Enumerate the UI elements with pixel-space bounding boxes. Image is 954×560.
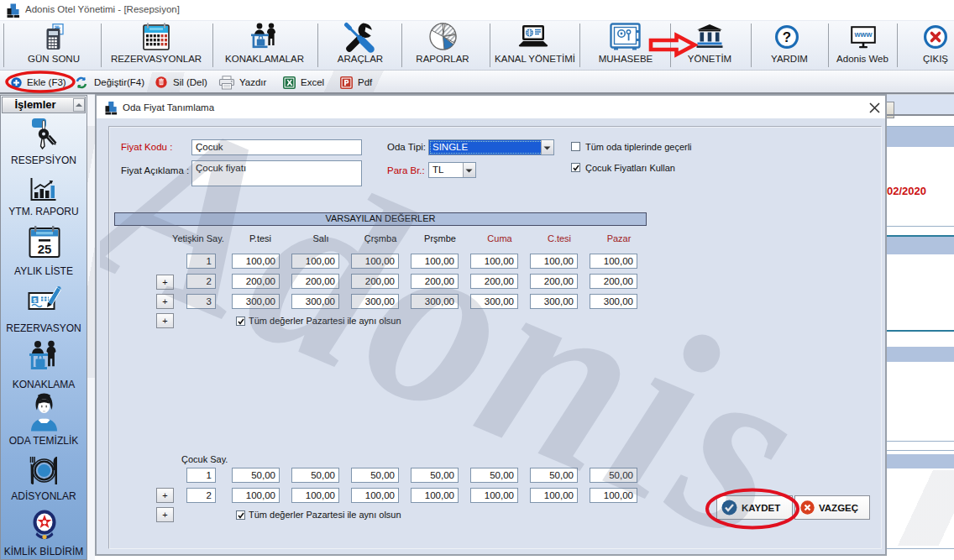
svg-text:www: www: [853, 30, 873, 39]
svg-text:$: $: [33, 296, 37, 304]
svg-text:25: 25: [38, 242, 52, 256]
svg-text:?: ?: [783, 29, 791, 45]
